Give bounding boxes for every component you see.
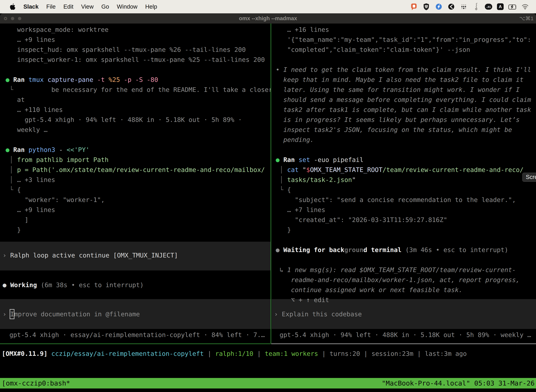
terminal-line: ↳ 1 new msg(s): read $OMX_TEAM_STATE_ROO…: [272, 265, 536, 275]
terminal-line: │ cat "$OMX_TEAM_STATE_ROOT/team/review-…: [272, 165, 536, 175]
terminal-line: continue assigned work or next feasible …: [272, 285, 536, 295]
battery-icon[interactable]: [508, 5, 517, 9]
menu-item-view[interactable]: View: [81, 3, 94, 10]
command-line: ● Ran set -euo pipefail: [272, 155, 536, 165]
terminal-line: ]: [0, 215, 271, 225]
terminal-line: }: [0, 225, 271, 235]
pane-left-bottom-border: [0, 344, 271, 344]
window-titlebar[interactable]: omx --xhigh --madmax ⌥⌘1: [0, 13, 536, 23]
menu-bar: Slack File Edit View Go Window Help: [0, 0, 536, 13]
terminal-line: gpt-5.4 xhigh · 94% left · 488K in · 5.1…: [0, 115, 271, 125]
pane-status-line: gpt-5.4 xhigh · 94% left · 488K in · 5.1…: [272, 330, 536, 340]
prompt-input[interactable]: › Explain this codebase: [272, 309, 536, 319]
terminal-line: later. Using the same for transition mig…: [272, 85, 536, 95]
terminal-line: │ p = Path('.omx/state/team/review-curre…: [0, 165, 271, 175]
tmux-session-label: [omx-cczip0:bash*: [0, 378, 70, 388]
terminal-line: inspect_hud: omx sparkshell --tmux-pane …: [0, 45, 271, 55]
wifi-icon[interactable]: [521, 3, 529, 10]
tmux-host-clock-label: "MacBook-Pro-44.local" 05:03 31-Mar-26: [382, 378, 536, 388]
pane-status-line: gpt-5.4 xhigh · essay/ai-reimplementatio…: [0, 330, 271, 340]
terminal-line: inspect task2's JSON, focusing on the st…: [272, 125, 536, 135]
screen: Slack File Edit View Go Window Help: [0, 0, 536, 392]
terminal-line: "worker": "worker-1",: [0, 195, 271, 205]
terminal-line: └ {: [272, 185, 536, 195]
squiggle-icon[interactable]: [472, 3, 480, 10]
command-line: ● Ran python3 - <<'PY': [0, 145, 271, 155]
menu-item-help[interactable]: Help: [145, 3, 157, 10]
terminal-line: at: [0, 95, 271, 105]
terminal-line: should send a message before completing …: [272, 95, 536, 105]
command-line: ● Ran tmux capture-pane -t %25 -p -S -80: [0, 75, 271, 85]
terminal-line: │ tasks/task-2.json": [272, 175, 536, 185]
terminal-line: keep that in mind. Maybe I also need the…: [272, 75, 536, 85]
terminal-line: └ be necessary for the end of the README…: [0, 85, 271, 95]
input-source-icon[interactable]: A: [497, 3, 504, 10]
pane-left: workspace_mode: worktree … +9 lines insp…: [0, 23, 271, 344]
window-shortcut-hint: ⌥⌘1: [519, 13, 534, 23]
terminal-line: … +7 lines: [272, 205, 536, 215]
tmux-status-bar: [omx-cczip0:bash* "MacBook-Pro-44.local"…: [0, 378, 536, 388]
apple-menu-icon[interactable]: [10, 3, 16, 10]
terminal-line: … +9 lines: [0, 35, 271, 45]
status-waiting: ● Waiting for background terminal (3m 46…: [272, 245, 536, 255]
chat-notification-icon[interactable]: [410, 3, 418, 10]
menu-app-name[interactable]: Slack: [23, 3, 38, 10]
pane-right: … +16 lines '{"team_name":"my-team","tas…: [272, 23, 536, 344]
terminal-body: workspace_mode: worktree … +9 lines insp…: [0, 23, 536, 392]
menu-item-file[interactable]: File: [46, 3, 56, 10]
dots-grid-icon[interactable]: [460, 3, 468, 10]
menu-item-edit[interactable]: Edit: [63, 3, 73, 10]
terminal-line: "subject": "send a concise recommendatio…: [272, 195, 536, 205]
terminal-line: workspace_mode: worktree: [0, 25, 271, 35]
terminal-line: '{"team_name":"my-team","task_id":"1","f…: [272, 35, 536, 45]
terminal-line: • I need to get the claim token from the…: [272, 65, 536, 75]
menu-item-window[interactable]: Window: [117, 3, 137, 10]
terminal-line: pending.: [272, 135, 536, 145]
terminal-line: │ from pathlib import Path: [0, 155, 271, 165]
terminal-line: is in progress? It seems likely but perh…: [272, 115, 536, 125]
terminal-line: │ … +3 lines: [0, 175, 271, 185]
terminal-line: └ {: [0, 185, 271, 195]
edit-hint: ⌥ + ↑ edit: [272, 295, 536, 305]
terminal-line: … +110 lines: [0, 105, 271, 115]
count-badge-icon[interactable]: ..61: [485, 4, 492, 10]
terminal-line: … +16 lines: [272, 25, 536, 35]
chevron-circle-icon[interactable]: [447, 3, 455, 10]
shield-grid-icon[interactable]: [422, 3, 430, 10]
terminal-line: inspect_worker-1: omx sparkshell --tmux-…: [0, 55, 271, 65]
pane-right-bottom-border: [271, 344, 536, 344]
queued-message: › Ralph loop active continue [OMX_TMUX_I…: [0, 250, 271, 260]
blue-bolt-badge-icon[interactable]: [435, 3, 443, 10]
terminal-line: }: [272, 225, 536, 235]
tooltip: Scre: [522, 173, 536, 182]
terminal-line: readme-and-reco/mailbox/worker-1.json, a…: [272, 275, 536, 285]
menu-item-go[interactable]: Go: [101, 3, 109, 10]
terminal-window: omx --xhigh --madmax ⌥⌘1 workspace_mode:…: [0, 13, 536, 392]
pane-divider[interactable]: [271, 23, 271, 344]
prompt-input[interactable]: › Improve documentation in @filename: [0, 309, 271, 319]
omx-status-line: [OMX#0.11.9] cczip/essay/ai-reimplementa…: [2, 349, 467, 359]
terminal-line: weekly …: [0, 125, 271, 135]
status-working: ● Working (6m 38s • esc to interrupt): [0, 280, 271, 290]
terminal-line: task2 after task1 is complete, but can I…: [272, 105, 536, 115]
terminal-line: "completed","claim_token":"claim-token"}…: [272, 45, 536, 55]
window-title: omx --xhigh --madmax: [0, 13, 536, 23]
terminal-line: "created_at": "2026-03-31T11:59:27.816Z": [272, 215, 536, 225]
terminal-line: … +9 lines: [0, 205, 271, 215]
